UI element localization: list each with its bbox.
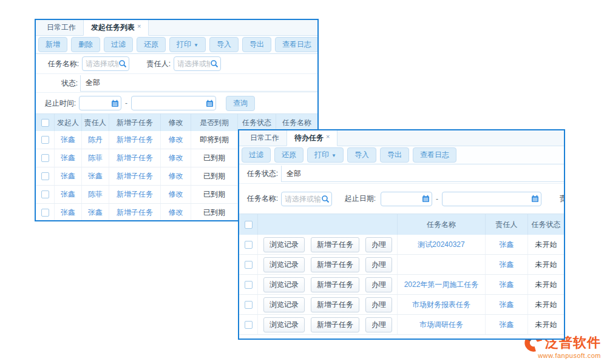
export-button[interactable]: 导出 [380,147,409,163]
end-date-input[interactable] [131,96,216,110]
row-checkbox[interactable] [41,190,49,198]
import-button[interactable]: 导入 [209,37,239,52]
start-date-field[interactable] [384,195,422,203]
owner-link[interactable]: 陈菲 [82,186,109,203]
modify-link[interactable]: 修改 [161,167,191,185]
search-icon[interactable] [118,59,127,68]
handle-button[interactable]: 办理 [365,277,392,292]
add-subtask-button[interactable]: 新增子任务 [311,297,359,312]
modify-link[interactable]: 修改 [161,131,191,149]
handle-button[interactable]: 办理 [365,237,392,252]
initiator-link[interactable]: 张鑫 [55,204,82,220]
browse-record-button[interactable]: 浏览记录 [263,317,305,332]
row-checkbox[interactable] [245,261,253,269]
print-button[interactable]: 打印▼ [169,37,206,52]
add-subtask-button[interactable]: 新增子任务 [311,317,359,332]
view-log-button[interactable]: 查看日志 [413,147,456,163]
task-name-link[interactable]: 市场财务报表任务 [398,295,486,314]
initiator-link[interactable]: 张鑫 [55,149,82,167]
calendar-icon[interactable] [422,195,430,203]
end-date-field[interactable] [446,195,531,203]
query-button[interactable]: 查询 [226,96,255,111]
add-subtask-link[interactable]: 新增子任务 [109,186,161,203]
export-button[interactable]: 导出 [242,37,271,52]
row-checkbox[interactable] [245,301,253,309]
browse-record-button[interactable]: 浏览记录 [263,277,305,292]
task-name-field[interactable] [86,59,118,68]
restore-button[interactable]: 还原 [274,147,304,163]
task-name-input[interactable] [281,192,332,206]
start-date-field[interactable] [83,99,111,107]
add-subtask-link[interactable]: 新增子任务 [109,167,161,185]
add-subtask-button[interactable]: 新增子任务 [311,277,359,292]
browse-record-button[interactable]: 浏览记录 [263,257,305,272]
add-subtask-button[interactable]: 新增子任务 [311,257,359,272]
add-subtask-button[interactable]: 新增子任务 [311,237,359,252]
end-date-field[interactable] [135,99,206,107]
end-date-input[interactable] [442,192,541,206]
row-checkbox[interactable] [41,154,49,162]
task-name-field[interactable] [285,195,321,203]
row-checkbox[interactable] [41,136,49,144]
owner-link[interactable]: 张鑫 [486,275,528,294]
task-name-link[interactable]: 市场调研任务 [398,315,486,334]
initiator-link[interactable]: 张鑫 [55,186,82,203]
row-checkbox[interactable] [245,321,253,329]
owner-link[interactable]: 张鑫 [486,315,528,334]
task-status-select[interactable]: 全部 [281,166,564,182]
task-name-link[interactable]: 2022年第一周施工任务 [398,275,486,294]
task-name-input[interactable] [82,56,129,71]
owner-link[interactable]: 张鑫 [82,167,109,185]
initiator-link[interactable]: 张鑫 [55,167,82,185]
row-checkbox[interactable] [245,281,253,289]
add-subtask-link[interactable]: 新增子任务 [109,131,161,149]
search-icon[interactable] [210,59,219,68]
tab-initiated-task-list[interactable]: 发起任务列表× [83,19,149,36]
add-subtask-link[interactable]: 新增子任务 [109,204,161,220]
tab-daily-work[interactable]: 日常工作 [39,20,83,35]
owner-link[interactable]: 陈菲 [82,149,109,167]
initiator-link[interactable]: 张鑫 [55,131,82,149]
task-name-link[interactable] [398,255,486,274]
handle-button[interactable]: 办理 [365,317,392,332]
select-all-checkbox[interactable] [245,221,253,229]
modify-link[interactable]: 修改 [161,149,191,167]
print-button[interactable]: 打印▼ [307,147,344,163]
close-icon[interactable]: × [137,22,141,30]
view-log-button[interactable]: 查看日志 [275,37,319,52]
select-all-checkbox[interactable] [41,119,49,127]
restore-button[interactable]: 还原 [137,37,166,52]
owner-input[interactable] [174,56,221,71]
tab-todo-tasks[interactable]: 待办任务× [287,130,337,146]
delete-button[interactable]: 删除 [71,37,100,52]
owner-link[interactable]: 张鑫 [82,204,109,220]
filter-button[interactable]: 过滤 [104,37,133,52]
filter-button[interactable]: 过滤 [242,147,271,163]
row-checkbox[interactable] [41,209,49,217]
owner-link[interactable]: 陈丹 [82,131,109,149]
start-date-input[interactable] [381,192,432,206]
owner-link[interactable]: 张鑫 [486,235,528,254]
calendar-icon[interactable] [531,195,539,203]
owner-link[interactable]: 张鑫 [486,255,528,274]
start-date-input[interactable] [79,96,121,110]
owner-link[interactable]: 张鑫 [486,295,528,314]
handle-button[interactable]: 办理 [365,297,392,312]
row-checkbox[interactable] [245,241,253,249]
browse-record-button[interactable]: 浏览记录 [263,297,305,312]
calendar-icon[interactable] [206,99,214,107]
handle-button[interactable]: 办理 [365,257,392,272]
search-icon[interactable] [321,195,330,203]
row-checkbox[interactable] [41,172,49,180]
modify-link[interactable]: 修改 [161,186,191,203]
add-button[interactable]: 新增 [38,37,67,52]
tab-daily-work[interactable]: 日常工作 [243,130,287,146]
close-icon[interactable]: × [326,133,330,140]
import-button[interactable]: 导入 [347,147,376,163]
modify-link[interactable]: 修改 [161,204,191,220]
browse-record-button[interactable]: 浏览记录 [263,237,305,252]
calendar-icon[interactable] [111,99,119,107]
owner-field[interactable] [177,59,210,68]
task-name-link[interactable]: 测试20240327 [398,235,486,254]
status-select[interactable]: 全部 [80,75,317,92]
